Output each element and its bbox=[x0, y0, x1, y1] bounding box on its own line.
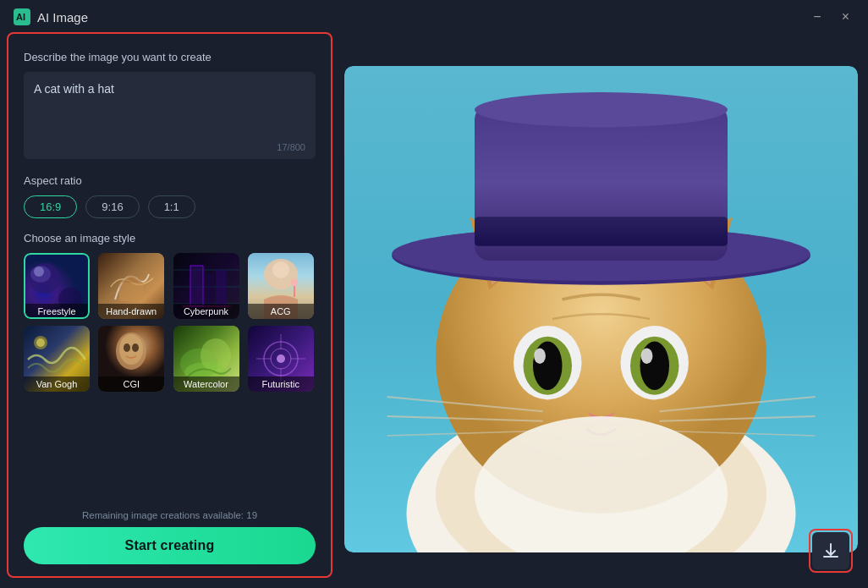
svg-point-5 bbox=[30, 266, 51, 283]
style-label: Choose an image style bbox=[24, 232, 316, 245]
svg-point-28 bbox=[124, 343, 130, 352]
style-futuristic[interactable]: Futuristic bbox=[248, 326, 314, 392]
svg-point-57 bbox=[534, 349, 546, 364]
style-acg[interactable]: ACG bbox=[248, 253, 314, 319]
window-title: AI Image bbox=[37, 10, 88, 25]
aspect-buttons: 16:9 9:16 1:1 bbox=[24, 195, 316, 218]
style-label-freestyle: Freestyle bbox=[24, 304, 90, 319]
prompt-input[interactable]: A cat with a hat bbox=[34, 82, 305, 137]
title-bar: AI AI Image − × bbox=[0, 0, 868, 32]
aspect-ratio-section: Aspect ratio 16:9 9:16 1:1 bbox=[24, 174, 316, 218]
download-button-wrapper bbox=[809, 529, 853, 573]
svg-rect-14 bbox=[206, 274, 214, 306]
style-section: Choose an image style bbox=[24, 232, 316, 498]
svg-point-37 bbox=[277, 354, 285, 363]
aspect-btn-16-9[interactable]: 16:9 bbox=[24, 195, 77, 218]
left-panel: Describe the image you want to create A … bbox=[7, 32, 332, 578]
style-handdrawn[interactable]: Hand-drawn bbox=[98, 253, 164, 319]
aspect-ratio-label: Aspect ratio bbox=[24, 174, 316, 187]
minimize-button[interactable]: − bbox=[808, 8, 826, 25]
style-watercolor[interactable]: Watercolor bbox=[173, 326, 239, 392]
svg-point-6 bbox=[34, 267, 44, 277]
svg-rect-15 bbox=[216, 270, 226, 306]
aspect-btn-1-1[interactable]: 1:1 bbox=[148, 195, 195, 218]
start-creating-button[interactable]: Start creating bbox=[24, 527, 316, 564]
svg-point-27 bbox=[119, 334, 143, 365]
style-label-futuristic: Futuristic bbox=[248, 376, 314, 392]
image-area bbox=[344, 66, 858, 552]
main-content: Describe the image you want to create A … bbox=[0, 32, 868, 585]
style-label-vangogh: Van Gogh bbox=[24, 376, 90, 392]
svg-point-20 bbox=[291, 279, 298, 286]
style-label-handdrawn: Hand-drawn bbox=[98, 304, 164, 319]
style-cyberpunk[interactable]: Cyberpunk bbox=[173, 253, 239, 319]
right-panel bbox=[332, 32, 868, 585]
style-label-watercolor: Watercolor bbox=[173, 376, 239, 392]
char-count: 17/800 bbox=[34, 142, 305, 152]
prompt-area: A cat with a hat 17/800 bbox=[24, 72, 316, 159]
download-icon bbox=[821, 541, 840, 560]
svg-text:AI: AI bbox=[16, 12, 25, 22]
prompt-label: Describe the image you want to create bbox=[24, 51, 316, 63]
svg-rect-49 bbox=[475, 217, 728, 246]
style-vangogh[interactable]: Van Gogh bbox=[24, 326, 90, 392]
style-thumb-freestyle bbox=[24, 253, 90, 319]
svg-point-19 bbox=[272, 261, 289, 278]
svg-point-56 bbox=[640, 341, 670, 390]
style-label-cyberpunk: Cyberpunk bbox=[173, 304, 239, 319]
title-bar-controls: − × bbox=[808, 8, 854, 25]
title-bar-left: AI AI Image bbox=[14, 8, 88, 25]
svg-point-58 bbox=[641, 349, 653, 364]
download-button[interactable] bbox=[812, 532, 849, 569]
style-grid: Freestyle bbox=[24, 253, 316, 392]
svg-rect-13 bbox=[190, 266, 203, 306]
close-button[interactable]: × bbox=[837, 8, 854, 25]
bottom-section: Remaining image creations available: 19 … bbox=[24, 510, 316, 564]
svg-point-29 bbox=[132, 343, 139, 352]
svg-point-55 bbox=[533, 341, 563, 390]
svg-rect-2 bbox=[24, 253, 90, 319]
style-label-cgi: CGI bbox=[98, 376, 164, 392]
aspect-btn-9-16[interactable]: 9:16 bbox=[85, 195, 139, 218]
svg-point-3 bbox=[30, 263, 60, 294]
style-freestyle[interactable]: Freestyle bbox=[24, 253, 90, 319]
style-cgi[interactable]: CGI bbox=[98, 326, 164, 392]
style-label-acg: ACG bbox=[248, 304, 314, 319]
app-icon: AI bbox=[14, 8, 30, 25]
remaining-text: Remaining image creations available: 19 bbox=[24, 510, 316, 520]
svg-point-24 bbox=[36, 338, 45, 347]
svg-point-50 bbox=[475, 92, 728, 127]
svg-rect-8 bbox=[119, 283, 143, 301]
svg-point-4 bbox=[58, 288, 82, 311]
cat-image bbox=[344, 66, 858, 552]
